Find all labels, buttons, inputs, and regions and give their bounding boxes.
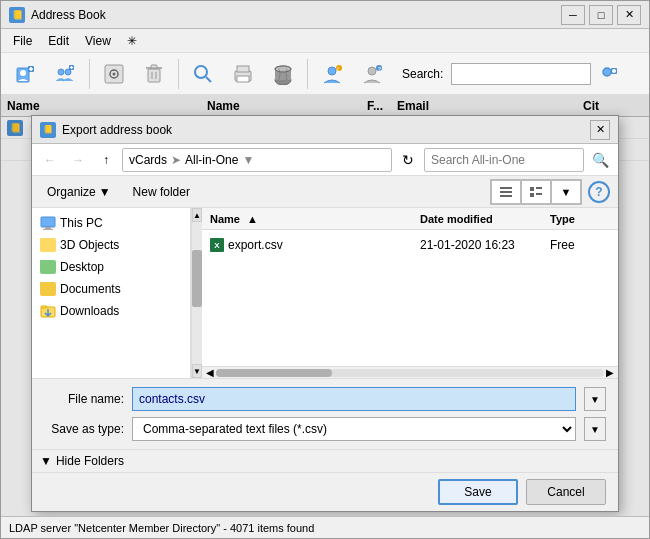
dialog-buttons: Save Cancel — [32, 472, 618, 511]
file-col-name[interactable]: Name ▲ — [210, 213, 420, 225]
trash-button[interactable] — [265, 57, 301, 91]
filetype-select[interactable]: Comma-separated text files (*.csv) — [132, 417, 576, 441]
nav-back-button[interactable]: ← — [38, 148, 62, 172]
scroll-down-button[interactable]: ▼ — [192, 364, 202, 378]
menu-view[interactable]: View — [77, 32, 119, 50]
svg-rect-42 — [536, 193, 542, 195]
svg-point-18 — [195, 66, 207, 78]
export-dialog: 📒 Export address book ✕ ← → ↑ vCards ➤ A… — [31, 115, 619, 512]
window-controls: ─ □ ✕ — [561, 5, 641, 25]
organize-button[interactable]: Organize ▼ — [40, 182, 118, 202]
svg-rect-13 — [148, 69, 160, 82]
action2-button[interactable]: ? — [354, 57, 390, 91]
print-button[interactable] — [225, 57, 261, 91]
svg-text:?: ? — [378, 66, 382, 72]
maximize-button[interactable]: □ — [589, 5, 613, 25]
svg-point-27 — [328, 67, 336, 75]
print-icon — [232, 63, 254, 85]
search-input[interactable] — [451, 63, 591, 85]
file-row-export[interactable]: X export.csv 21-01-2020 16:23 Free — [202, 234, 618, 256]
find-button[interactable] — [185, 57, 221, 91]
window-title: Address Book — [31, 8, 561, 22]
file-col-type[interactable]: Type — [550, 213, 610, 225]
delete-button[interactable] — [136, 57, 172, 91]
minimize-button[interactable]: ─ — [561, 5, 585, 25]
folder-3d-icon — [40, 238, 56, 252]
app-icon: 📒 — [9, 7, 25, 23]
hide-folders-row[interactable]: ▼ Hide Folders — [32, 449, 618, 472]
action1-button[interactable]: ! — [314, 57, 350, 91]
view-controls: ▼ — [490, 179, 582, 205]
view-details-icon — [529, 185, 543, 199]
dialog-icon: 📒 — [40, 122, 56, 138]
filetype-row: Save as type: Comma-separated text files… — [44, 417, 606, 441]
svg-point-26 — [275, 66, 291, 72]
refresh-button[interactable]: ↻ — [396, 148, 420, 172]
svg-rect-22 — [237, 76, 249, 82]
svg-rect-15 — [151, 65, 157, 68]
filetype-dropdown-button[interactable]: ▼ — [584, 417, 606, 441]
search-go-icon — [599, 64, 619, 84]
hide-folders-label: Hide Folders — [56, 454, 124, 468]
new-contact-button[interactable] — [7, 57, 43, 91]
search-go-button[interactable] — [595, 60, 623, 88]
dialog-close-button[interactable]: ✕ — [590, 120, 610, 140]
breadcrumb-part2: All-in-One — [185, 153, 238, 167]
svg-rect-38 — [500, 195, 512, 197]
new-folder-button[interactable]: New folder — [124, 182, 199, 202]
breadcrumb-path[interactable]: vCards ➤ All-in-One ▼ — [122, 148, 392, 172]
folder-panel-scrollbar[interactable]: ▲ ▼ — [191, 208, 202, 378]
filename-row: File name: ▼ — [44, 387, 606, 411]
filename-dropdown-button[interactable]: ▼ — [584, 387, 606, 411]
file-col-date[interactable]: Date modified — [420, 213, 550, 225]
folder-item-3dobjects[interactable]: 3D Objects — [32, 234, 190, 256]
close-button[interactable]: ✕ — [617, 5, 641, 25]
file-panel-container: Name ▲ Date modified Type X expo — [202, 208, 618, 378]
help-button[interactable]: ? — [588, 181, 610, 203]
scroll-up-button[interactable]: ▲ — [192, 208, 202, 222]
file-panel-header: Name ▲ Date modified Type — [202, 208, 618, 230]
view-details-button[interactable] — [521, 180, 551, 204]
folder-item-thispc[interactable]: This PC — [32, 212, 190, 234]
file-panel-hscrollbar[interactable]: ◀ ▶ — [202, 366, 618, 378]
view-dropdown-button[interactable]: ▼ — [551, 180, 581, 204]
hscroll-track — [216, 369, 604, 377]
svg-rect-45 — [43, 229, 53, 230]
hscroll-left[interactable]: ◀ — [204, 367, 216, 378]
cancel-button[interactable]: Cancel — [526, 479, 606, 505]
folder-item-downloads[interactable]: Downloads — [32, 300, 190, 322]
menu-edit[interactable]: Edit — [40, 32, 77, 50]
scroll-track — [192, 222, 202, 364]
3dobjects-label: 3D Objects — [60, 238, 119, 252]
save-button[interactable]: Save — [438, 479, 518, 505]
hscroll-right[interactable]: ▶ — [604, 367, 616, 378]
svg-line-19 — [206, 77, 211, 82]
view-list-button[interactable] — [491, 180, 521, 204]
menu-extra[interactable]: ✳ — [119, 32, 145, 50]
dialog-title-text: Export address book — [62, 123, 590, 137]
svg-point-5 — [58, 69, 64, 75]
properties-button[interactable] — [96, 57, 132, 91]
nav-forward-button[interactable]: → — [66, 148, 90, 172]
menu-file[interactable]: File — [5, 32, 40, 50]
delete-icon — [143, 63, 165, 85]
folder-panel: This PC 3D Objects Desktop — [32, 208, 191, 378]
action2-icon: ? — [361, 63, 383, 85]
dialog-search-input[interactable] — [424, 148, 584, 172]
nav-up-button[interactable]: ↑ — [94, 148, 118, 172]
filename-input[interactable] — [132, 387, 576, 411]
new-group-icon — [54, 63, 76, 85]
svg-point-33 — [603, 68, 611, 76]
svg-text:!: ! — [337, 66, 339, 72]
svg-rect-37 — [500, 191, 512, 193]
folder-item-documents[interactable]: Documents — [32, 278, 190, 300]
toolbar-separator-2 — [178, 59, 179, 89]
properties-icon — [103, 63, 125, 85]
file-cell-date: 21-01-2020 16:23 — [420, 238, 550, 252]
filetype-label: Save as type: — [44, 422, 124, 436]
new-folder-label: New folder — [133, 185, 190, 199]
new-contact-icon — [14, 63, 36, 85]
folder-item-desktop[interactable]: Desktop — [32, 256, 190, 278]
new-group-button[interactable] — [47, 57, 83, 91]
folder-desktop-icon — [40, 260, 56, 274]
